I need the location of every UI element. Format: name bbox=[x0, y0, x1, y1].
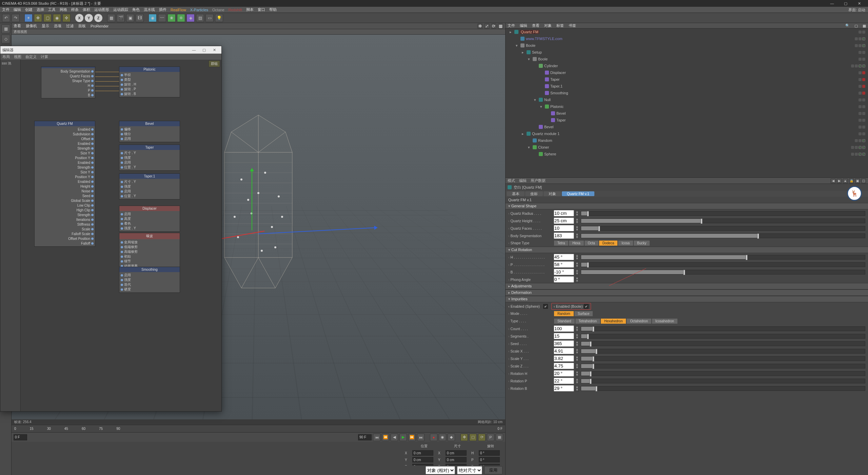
enabled-sphere-check[interactable]: ✔ bbox=[543, 304, 548, 309]
visibility-dot[interactable] bbox=[862, 31, 865, 34]
menu-motrack[interactable]: 运动跟踪 bbox=[113, 7, 128, 12]
visibility-dot[interactable] bbox=[859, 71, 862, 74]
rotation-b[interactable] bbox=[554, 385, 574, 392]
axis-y-arrow[interactable] bbox=[252, 169, 252, 230]
xpresso-node[interactable]: Bevel偏移细分启用 bbox=[119, 121, 180, 142]
menu-create[interactable]: 创建 bbox=[25, 7, 33, 12]
xp-min[interactable]: — bbox=[189, 48, 199, 52]
live-select-tool[interactable]: ✶ bbox=[24, 14, 33, 22]
rot-h[interactable] bbox=[479, 450, 500, 456]
menu-plugins[interactable]: 插件 bbox=[159, 7, 166, 12]
visibility-dot[interactable] bbox=[859, 126, 862, 129]
enabled-boole-check[interactable]: ✔ bbox=[584, 304, 589, 309]
menu-realflow[interactable]: RealFlow bbox=[171, 8, 186, 12]
object-tree[interactable]: ▸Quartz FMwww.TFMSTYLE.com✓▾Boole✓▸Setup… bbox=[506, 28, 868, 178]
object-name[interactable]: www.TFMSTYLE.com bbox=[526, 37, 563, 41]
expand-toggle[interactable]: ▸ bbox=[522, 50, 525, 55]
xpresso-node[interactable]: Body SegmentationQuartz FacesShape TypeH… bbox=[41, 66, 95, 98]
expand-toggle[interactable]: ▾ bbox=[534, 98, 537, 102]
vp-prorender[interactable]: ProRender bbox=[91, 24, 108, 28]
keyframe-sel[interactable]: ◆ bbox=[448, 434, 455, 441]
object-name[interactable]: Setup bbox=[532, 50, 542, 54]
menu-window[interactable]: 窗口 bbox=[258, 7, 265, 12]
add-light[interactable]: 💡 bbox=[215, 14, 223, 22]
step-fwd[interactable]: ⏩ bbox=[408, 434, 416, 441]
visibility-dot[interactable] bbox=[859, 78, 862, 81]
undo-button[interactable]: ↶ bbox=[2, 14, 10, 22]
menu-edit[interactable]: 编辑 bbox=[14, 7, 21, 12]
visibility-dot[interactable] bbox=[855, 64, 858, 68]
tab-coord[interactable]: 坐标 bbox=[525, 191, 543, 196]
tree-row[interactable]: Bevel bbox=[506, 110, 868, 117]
attr-lock[interactable]: 🔒 bbox=[849, 178, 854, 183]
visibility-dot[interactable] bbox=[859, 37, 862, 40]
scale-y[interactable] bbox=[554, 355, 574, 362]
type-octa[interactable]: Octahedron bbox=[626, 318, 651, 324]
xpresso-titlebar[interactable]: 编辑器 — ▢ ✕ bbox=[0, 46, 221, 54]
visibility-dot[interactable] bbox=[859, 92, 862, 95]
visibility-dot[interactable] bbox=[851, 64, 854, 68]
add-spline[interactable]: 〰 bbox=[158, 14, 166, 22]
visibility-dot[interactable] bbox=[859, 85, 862, 88]
object-name[interactable]: Boole bbox=[526, 43, 535, 48]
coord-apply[interactable]: 应用 bbox=[484, 466, 502, 474]
group-general[interactable]: General Shape bbox=[506, 203, 868, 209]
shape-octa[interactable]: Octa bbox=[584, 240, 599, 246]
rot-p[interactable] bbox=[479, 457, 500, 462]
visibility-dot[interactable] bbox=[862, 58, 865, 61]
visibility-dot[interactable]: ✓ bbox=[862, 37, 865, 40]
xp-group-header[interactable]: 群组 bbox=[209, 60, 220, 67]
tree-row[interactable]: www.TFMSTYLE.com✓ bbox=[506, 35, 868, 42]
tree-row[interactable]: ▾Platonic bbox=[506, 103, 868, 110]
cut-p[interactable] bbox=[554, 261, 574, 268]
coord-space[interactable]: 对象 (相对) bbox=[426, 466, 455, 474]
faces-slider[interactable] bbox=[581, 226, 865, 231]
phong-angle[interactable] bbox=[554, 276, 574, 283]
visibility-dot[interactable]: ✓ bbox=[862, 153, 865, 156]
window-maximize[interactable]: ▢ bbox=[839, 0, 852, 7]
attr-new[interactable]: ▣ bbox=[855, 178, 860, 183]
object-name[interactable]: Quartz FM bbox=[520, 30, 539, 34]
visibility-dot[interactable]: ✓ bbox=[859, 153, 862, 156]
tree-row[interactable]: Displacer bbox=[506, 69, 868, 76]
scale-z[interactable] bbox=[554, 363, 574, 369]
quartz-radius[interactable] bbox=[554, 210, 574, 216]
xp-close[interactable]: ✕ bbox=[209, 48, 219, 52]
vp-cameras[interactable]: 摄像机 bbox=[26, 23, 37, 28]
object-name[interactable]: Null bbox=[544, 98, 551, 102]
vp-options[interactable]: 选项 bbox=[54, 23, 61, 28]
xpresso-window[interactable]: 编辑器 — ▢ ✕ 布局 视图 自定义 计算 sso 池 群组 Body Seg… bbox=[0, 46, 222, 412]
object-name[interactable]: Quartz module 1 bbox=[532, 132, 559, 136]
tab-quartzfm[interactable]: Quartz FM v.1 bbox=[562, 191, 594, 196]
group-impurities[interactable]: Impurities bbox=[506, 296, 868, 302]
visibility-dot[interactable]: ✓ bbox=[859, 146, 862, 149]
visibility-dot[interactable] bbox=[862, 98, 865, 101]
visibility-dot[interactable] bbox=[862, 112, 865, 115]
visibility-dot[interactable]: ✓ bbox=[859, 64, 862, 68]
shape-bucky[interactable]: Bucky bbox=[633, 240, 650, 246]
last-tool[interactable]: ✜ bbox=[62, 14, 71, 22]
radius-spin[interactable]: ▲▼ bbox=[575, 210, 579, 216]
expand-toggle[interactable]: ▾ bbox=[540, 104, 544, 109]
coord-system[interactable]: ▦ bbox=[107, 14, 115, 22]
quartz-height[interactable] bbox=[554, 217, 574, 224]
visibility-dot[interactable]: ✓ bbox=[862, 44, 865, 47]
tree-row[interactable]: ▸Setup bbox=[506, 49, 868, 56]
add-deformer[interactable]: ◈ bbox=[186, 14, 195, 22]
menu-select[interactable]: 选择 bbox=[37, 7, 44, 12]
model-mode[interactable]: ◇ bbox=[1, 35, 10, 43]
tree-row[interactable]: ▾Boole✓ bbox=[506, 42, 868, 49]
visibility-dot[interactable] bbox=[859, 119, 862, 122]
range-start[interactable] bbox=[14, 434, 27, 440]
step-back[interactable]: ⏪ bbox=[382, 434, 389, 441]
visibility-dot[interactable] bbox=[855, 146, 858, 149]
impurity-seed[interactable] bbox=[554, 340, 574, 347]
tab-basic[interactable]: 基本 bbox=[507, 191, 525, 196]
visibility-dot[interactable] bbox=[862, 78, 865, 81]
coord-size-mode[interactable]: 绝对尺寸 bbox=[457, 466, 482, 474]
visibility-dot[interactable] bbox=[855, 44, 858, 47]
xpresso-node[interactable]: Platonic半径类型旋转 . H旋转 . P旋转 . B bbox=[119, 66, 180, 97]
menu-octane[interactable]: Octane bbox=[212, 8, 224, 12]
visibility-dot[interactable] bbox=[862, 85, 865, 88]
play-forward[interactable]: ▶ bbox=[399, 434, 407, 441]
